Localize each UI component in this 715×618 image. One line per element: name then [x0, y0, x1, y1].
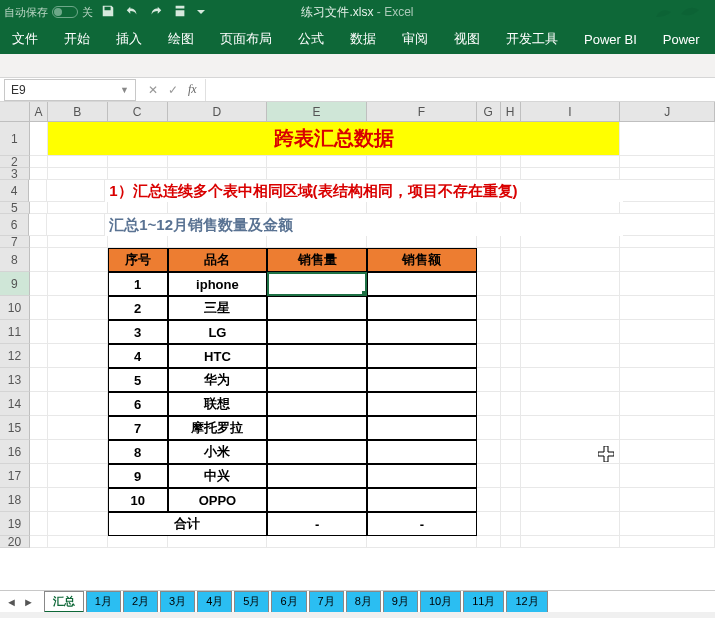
- cell[interactable]: [477, 416, 501, 440]
- cell[interactable]: [501, 488, 521, 512]
- cell[interactable]: [477, 156, 501, 168]
- table-cell[interactable]: [367, 440, 477, 464]
- cell[interactable]: [620, 236, 715, 248]
- cell[interactable]: [620, 272, 715, 296]
- sheet-tab[interactable]: 8月: [346, 591, 381, 613]
- table-cell[interactable]: 7: [108, 416, 168, 440]
- cell[interactable]: [30, 536, 48, 548]
- cell[interactable]: [30, 488, 48, 512]
- table-cell[interactable]: iphone: [168, 272, 268, 296]
- table-cell[interactable]: 三星: [168, 296, 268, 320]
- cell[interactable]: [620, 368, 715, 392]
- cell[interactable]: [501, 296, 521, 320]
- col-header[interactable]: J: [620, 102, 715, 121]
- cell[interactable]: [501, 202, 521, 214]
- table-cell[interactable]: 8: [108, 440, 168, 464]
- tab-home[interactable]: 开始: [64, 30, 90, 48]
- cell[interactable]: [30, 168, 48, 180]
- cell[interactable]: [30, 248, 48, 272]
- select-all-corner[interactable]: [0, 102, 30, 121]
- cell[interactable]: [367, 202, 477, 214]
- cell[interactable]: [29, 180, 47, 202]
- table-cell[interactable]: [267, 464, 367, 488]
- cell[interactable]: [477, 248, 501, 272]
- col-header[interactable]: C: [108, 102, 168, 121]
- cell[interactable]: [30, 122, 48, 156]
- cell[interactable]: [168, 202, 268, 214]
- sheet-tab[interactable]: 1月: [86, 591, 121, 613]
- sheet-tab[interactable]: 12月: [506, 591, 547, 613]
- table-cell[interactable]: 6: [108, 392, 168, 416]
- row-header[interactable]: 9: [0, 272, 30, 296]
- col-header[interactable]: B: [48, 102, 108, 121]
- tab-data[interactable]: 数据: [350, 30, 376, 48]
- cell[interactable]: [521, 236, 621, 248]
- table-cell[interactable]: 联想: [168, 392, 268, 416]
- cell[interactable]: [108, 156, 168, 168]
- row-header[interactable]: 1: [0, 122, 30, 156]
- subtitle-1[interactable]: 1）汇总连续多个表中相同区域(表结构相同，项目不存在重复): [105, 180, 622, 202]
- row-header[interactable]: 5: [0, 202, 30, 214]
- cell[interactable]: [501, 368, 521, 392]
- cell[interactable]: [521, 344, 621, 368]
- col-header[interactable]: H: [501, 102, 521, 121]
- cell[interactable]: [30, 512, 48, 536]
- cell[interactable]: [48, 464, 108, 488]
- cell[interactable]: [477, 536, 501, 548]
- tab-view[interactable]: 视图: [454, 30, 480, 48]
- name-box[interactable]: E9 ▼: [4, 79, 136, 101]
- row-header[interactable]: 16: [0, 440, 30, 464]
- cell[interactable]: [501, 440, 521, 464]
- cell[interactable]: [30, 320, 48, 344]
- row-header[interactable]: 19: [0, 512, 30, 536]
- cell[interactable]: [477, 202, 501, 214]
- undo-icon[interactable]: [125, 4, 139, 20]
- row-header[interactable]: 6: [0, 214, 29, 236]
- table-cell[interactable]: [267, 440, 367, 464]
- table-cell[interactable]: [367, 296, 477, 320]
- cancel-icon[interactable]: ✕: [148, 83, 158, 97]
- cell[interactable]: [521, 202, 621, 214]
- cell[interactable]: [30, 272, 48, 296]
- tab-devtools[interactable]: 开发工具: [506, 30, 558, 48]
- cell[interactable]: [108, 236, 168, 248]
- cell[interactable]: [267, 202, 367, 214]
- cell[interactable]: [521, 320, 621, 344]
- row-header[interactable]: 3: [0, 168, 30, 180]
- cell[interactable]: [620, 296, 715, 320]
- cell[interactable]: [30, 368, 48, 392]
- cell[interactable]: [477, 392, 501, 416]
- cell[interactable]: [501, 156, 521, 168]
- fx-icon[interactable]: fx: [188, 82, 197, 97]
- cell[interactable]: [521, 536, 621, 548]
- cell[interactable]: [620, 168, 715, 180]
- cell[interactable]: [367, 236, 477, 248]
- cell[interactable]: [477, 440, 501, 464]
- table-header[interactable]: 销售额: [367, 248, 477, 272]
- cell[interactable]: [30, 236, 48, 248]
- cell[interactable]: [267, 536, 367, 548]
- col-header[interactable]: E: [267, 102, 367, 121]
- cell[interactable]: [620, 488, 715, 512]
- cell[interactable]: [521, 440, 621, 464]
- row-header[interactable]: 13: [0, 368, 30, 392]
- sheet-tab[interactable]: 6月: [271, 591, 306, 613]
- cell[interactable]: [367, 536, 477, 548]
- row-header[interactable]: 18: [0, 488, 30, 512]
- cell[interactable]: [477, 168, 501, 180]
- tab-draw[interactable]: 绘图: [168, 30, 194, 48]
- sheet-tab[interactable]: 汇总: [44, 591, 84, 613]
- table-cell[interactable]: 9: [108, 464, 168, 488]
- touch-mode-icon[interactable]: [173, 4, 187, 20]
- cell[interactable]: [477, 296, 501, 320]
- nav-next-icon[interactable]: ►: [23, 596, 34, 608]
- cell[interactable]: [521, 168, 621, 180]
- cell[interactable]: [521, 488, 621, 512]
- cell[interactable]: [48, 536, 108, 548]
- tab-layout[interactable]: 页面布局: [220, 30, 272, 48]
- cell[interactable]: [48, 488, 108, 512]
- cell[interactable]: [48, 156, 108, 168]
- cell[interactable]: [620, 202, 715, 214]
- cell[interactable]: [477, 368, 501, 392]
- table-cell[interactable]: [367, 416, 477, 440]
